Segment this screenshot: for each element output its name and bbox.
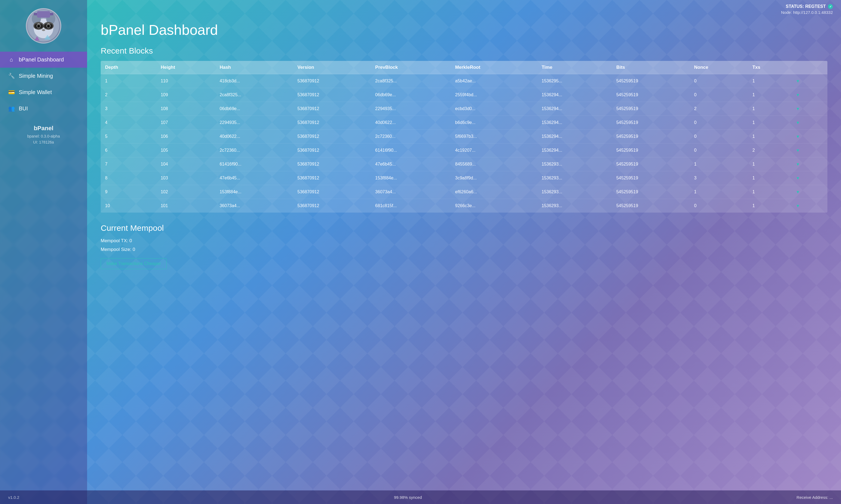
blocks-table: Depth Height Hash Version PrevBlock Merk…: [101, 61, 827, 213]
cell-merkleroot: 9266c3e...: [451, 199, 537, 213]
cell-depth: 4: [101, 116, 156, 130]
cell-depth: 8: [101, 171, 156, 185]
bottom-bar: v1.0.2 99.98% synced Receive Address: ..…: [0, 490, 841, 504]
expand-row-button[interactable]: ▾: [795, 147, 801, 154]
cell-expand[interactable]: ▾: [791, 116, 827, 130]
cell-nonce: 0: [690, 88, 748, 102]
table-row: 6 105 2c72360... 536870912 61416f90... 4…: [101, 144, 827, 157]
app-name: bPanel: [27, 125, 60, 132]
cell-txs: 1: [748, 199, 790, 213]
cell-time: 1536295...: [537, 74, 612, 88]
cell-version: 536870912: [293, 74, 371, 88]
wrench-icon: 🔧: [8, 73, 15, 79]
cell-prevblock: 40d0622...: [371, 116, 451, 130]
sidebar-item-dashboard[interactable]: ⌂ bPanel Dashboard: [0, 52, 87, 68]
cell-txs: 1: [748, 102, 790, 116]
cell-bits: 545259519: [612, 144, 690, 157]
col-depth: Depth: [101, 61, 156, 74]
cell-expand[interactable]: ▾: [791, 74, 827, 88]
users-icon: 👥: [8, 105, 15, 112]
cell-version: 536870912: [293, 171, 371, 185]
cell-expand[interactable]: ▾: [791, 157, 827, 171]
cell-txs: 1: [748, 185, 790, 199]
cell-expand[interactable]: ▾: [791, 144, 827, 157]
table-row: 10 101 36073a4... 536870912 681c815f... …: [101, 199, 827, 213]
expand-row-button[interactable]: ▾: [795, 91, 801, 98]
cell-version: 536870912: [293, 88, 371, 102]
cell-merkleroot: a5b42ae...: [451, 74, 537, 88]
col-nonce: Nonce: [690, 61, 748, 74]
cell-depth: 6: [101, 144, 156, 157]
cell-depth: 3: [101, 102, 156, 116]
expand-row-button[interactable]: ▾: [795, 133, 801, 140]
cell-prevblock: 06db69e...: [371, 88, 451, 102]
cell-merkleroot: 3c9a8f9d...: [451, 171, 537, 185]
sidebar-item-wallet[interactable]: 💳 Simple Wallet: [0, 84, 87, 100]
expand-row-button[interactable]: ▾: [795, 105, 801, 112]
cell-hash: 47e6b45...: [215, 171, 293, 185]
expand-row-button[interactable]: ▾: [795, 77, 801, 85]
cell-prevblock: 36073a4...: [371, 185, 451, 199]
expand-row-button[interactable]: ▾: [795, 188, 801, 196]
cell-hash: 36073a4...: [215, 199, 293, 213]
mempool-size-label: Mempool Size: 0: [101, 247, 827, 252]
cell-expand[interactable]: ▾: [791, 130, 827, 144]
expand-row-button[interactable]: ▾: [795, 175, 801, 182]
sidebar-item-dashboard-label: bPanel Dashboard: [19, 56, 64, 63]
cell-expand[interactable]: ▾: [791, 171, 827, 185]
cell-nonce: 2: [690, 102, 748, 116]
bottom-sync: 99.98% synced: [30, 495, 786, 500]
cell-txs: 1: [748, 116, 790, 130]
col-txs: Txs: [748, 61, 790, 74]
cell-bits: 545259519: [612, 88, 690, 102]
cell-version: 536870912: [293, 144, 371, 157]
ui-version: UI: 178126a: [27, 139, 60, 145]
cell-height: 107: [156, 116, 215, 130]
main-content: bPanel Dashboard Recent Blocks Depth Hei…: [87, 0, 841, 504]
cell-height: 105: [156, 144, 215, 157]
cell-bits: 545259519: [612, 102, 690, 116]
col-bits: Bits: [612, 61, 690, 74]
svg-rect-12: [44, 24, 53, 29]
expand-row-button[interactable]: ▾: [795, 119, 801, 126]
cell-nonce: 0: [690, 116, 748, 130]
cell-time: 1536293...: [537, 185, 612, 199]
cell-prevblock: 2294935...: [371, 102, 451, 116]
node-label: Node: http://127.0.0.1:48332: [781, 10, 833, 15]
cell-version: 536870912: [293, 185, 371, 199]
cell-expand[interactable]: ▾: [791, 185, 827, 199]
cell-prevblock: 2ca8f325...: [371, 74, 451, 88]
cell-txs: 1: [748, 88, 790, 102]
cell-height: 108: [156, 102, 215, 116]
svg-rect-11: [34, 24, 43, 29]
cell-expand[interactable]: ▾: [791, 102, 827, 116]
sidebar-item-wallet-label: Simple Wallet: [19, 89, 52, 95]
cell-height: 103: [156, 171, 215, 185]
cell-expand[interactable]: ▾: [791, 88, 827, 102]
cell-time: 1536293...: [537, 199, 612, 213]
sidebar-item-mining[interactable]: 🔧 Simple Mining: [0, 68, 87, 84]
cell-expand[interactable]: ▾: [791, 199, 827, 213]
sidebar-item-bui[interactable]: 👥 BUI: [0, 100, 87, 116]
mempool-title: Current Mempool: [101, 223, 827, 233]
col-prevblock: PrevBlock: [371, 61, 451, 74]
table-header-row: Depth Height Hash Version PrevBlock Merk…: [101, 61, 827, 74]
cell-bits: 545259519: [612, 171, 690, 185]
svg-point-10: [42, 29, 45, 31]
cell-height: 109: [156, 88, 215, 102]
expand-row-button[interactable]: ▾: [795, 161, 801, 168]
expand-row-button[interactable]: ▾: [795, 202, 801, 209]
cell-merkleroot: ef6260a6...: [451, 185, 537, 199]
cell-nonce: 0: [690, 130, 748, 144]
col-height: Height: [156, 61, 215, 74]
bottom-version: v1.0.2: [8, 495, 19, 500]
cell-merkleroot: b6d6c9e...: [451, 116, 537, 130]
cell-bits: 545259519: [612, 199, 690, 213]
cell-hash: 418cb3d...: [215, 74, 293, 88]
make-transactions-cheaper-button[interactable]: Make Transactions Cheaper: [101, 258, 167, 269]
cell-prevblock: 61416f90...: [371, 144, 451, 157]
table-row: 1 110 418cb3d... 536870912 2ca8f325... a…: [101, 74, 827, 88]
cell-txs: 2: [748, 144, 790, 157]
cell-hash: 2294935...: [215, 116, 293, 130]
cell-depth: 10: [101, 199, 156, 213]
